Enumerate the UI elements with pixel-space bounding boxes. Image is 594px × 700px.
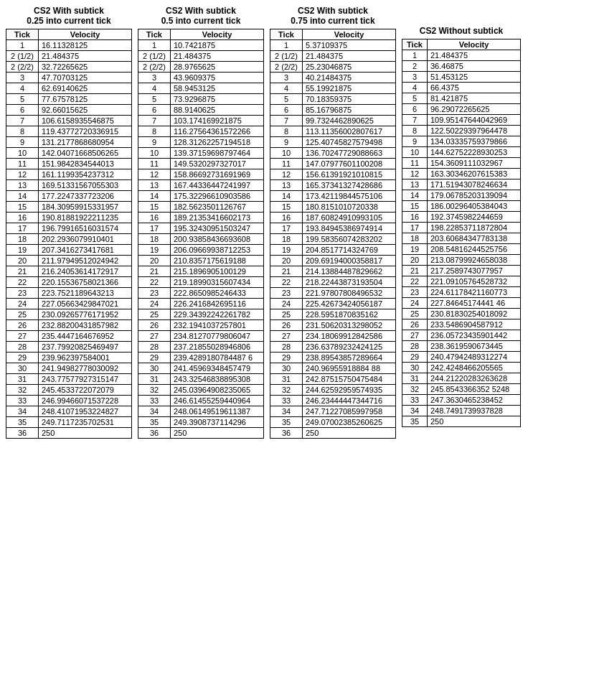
cell-3-16-1: 198.22853711872804 — [428, 223, 521, 233]
cell-1-5-1: 73.9296875 — [171, 94, 264, 105]
cell-3-32-0: 33 — [402, 395, 428, 406]
cell-0-23-1: 223.7521189643213 — [39, 288, 132, 299]
cell-1-10-0: 10 — [138, 148, 171, 159]
table-row: 347.70703125 — [6, 73, 132, 83]
table-row: 14175.32296610903586 — [138, 191, 264, 202]
cell-3-10-1: 154.3609111032967 — [428, 158, 521, 169]
table-3: TickVelocity121.484375236.46875351.45312… — [402, 39, 521, 427]
cell-1-25-0: 25 — [138, 309, 171, 320]
cell-0-13-0: 13 — [6, 180, 39, 191]
cell-1-17-1: 195.32430951503247 — [171, 223, 264, 234]
cell-2-9-0: 9 — [270, 137, 303, 148]
table-row: 16189.21353416602173 — [138, 213, 264, 223]
cell-2-23-1: 221.97807808496532 — [303, 288, 396, 299]
cell-2-34-1: 247.71227085997958 — [303, 406, 396, 417]
cell-3-17-1: 203.60684347783138 — [428, 233, 521, 244]
cell-0-31-0: 31 — [6, 374, 39, 385]
cell-2-28-0: 28 — [270, 342, 303, 353]
cell-2-9-1: 125.40745827579498 — [303, 137, 396, 148]
cell-2-23-0: 23 — [270, 288, 303, 299]
cell-3-19-0: 20 — [402, 255, 428, 266]
table-row: 577.67578125 — [6, 94, 132, 105]
table-row: 18202.2936079910401 — [6, 234, 132, 245]
cell-0-6-1: 92.66015625 — [39, 105, 132, 116]
table-row: 25228.5951870835162 — [270, 309, 396, 320]
cell-3-18-1: 208.54816244525756 — [428, 244, 521, 255]
cell-0-34-0: 34 — [6, 406, 39, 417]
table-row: 13167.44336447241997 — [138, 180, 264, 191]
cell-2-35-0: 35 — [270, 417, 303, 428]
cell-2-3-0: 3 — [270, 73, 303, 83]
cell-1-1-0: 2 (1/2) — [138, 51, 171, 62]
cell-3-20-0: 21 — [402, 266, 428, 276]
cell-0-5-0: 5 — [6, 94, 39, 105]
cell-3-2-0: 3 — [402, 72, 428, 83]
cell-1-20-0: 20 — [138, 256, 171, 266]
cell-1-13-1: 167.44336447241997 — [171, 180, 264, 191]
cell-3-12-1: 171.51943078246634 — [428, 179, 521, 190]
cell-1-34-1: 248.06149519611387 — [171, 406, 264, 417]
cell-0-29-0: 29 — [6, 353, 39, 363]
table-row: 7109.95147644042969 — [402, 115, 521, 126]
cell-1-19-0: 19 — [138, 245, 171, 256]
cell-0-28-1: 237.79920825469497 — [39, 342, 132, 353]
cell-2-1-1: 21.484375 — [303, 51, 396, 62]
cell-1-30-0: 30 — [138, 363, 171, 374]
table-row: 12158.86692731691969 — [138, 169, 264, 180]
cell-0-30-1: 241.94982778030092 — [39, 363, 132, 374]
cell-1-22-0: 22 — [138, 277, 171, 288]
cell-0-8-1: 119.43772720336915 — [39, 126, 132, 137]
cell-3-8-0: 9 — [402, 136, 428, 147]
cell-3-8-1: 134.03335759379866 — [428, 136, 521, 147]
cell-3-23-0: 24 — [402, 298, 428, 309]
table-row: 30242.4248466205565 — [402, 363, 521, 373]
cell-0-9-1: 131.2177868680954 — [39, 137, 132, 148]
cell-1-22-1: 219.18990315607434 — [171, 277, 264, 288]
table-row: 19206.09669938712253 — [138, 245, 264, 256]
table-row: 10136.70247729088663 — [270, 148, 396, 159]
cell-1-2-0: 2 (2/2) — [138, 62, 171, 73]
table-row: 23222.8650985246433 — [138, 288, 264, 299]
table-row: 27236.05723435901442 — [402, 330, 521, 341]
cell-3-15-1: 192.3745982244659 — [428, 212, 521, 223]
table-row: 36250 — [138, 428, 264, 439]
cell-3-3-0: 4 — [402, 83, 428, 93]
table-row: 36250 — [6, 428, 132, 439]
cell-0-18-0: 18 — [6, 234, 39, 245]
cell-3-21-1: 221.09105764528732 — [428, 276, 521, 287]
cell-3-21-0: 22 — [402, 276, 428, 287]
cell-0-18-1: 202.2936079910401 — [39, 234, 132, 245]
table-row: 14173.42119844575106 — [270, 191, 396, 202]
cell-0-35-1: 249.7117235702531 — [39, 417, 132, 428]
table-row: 29239.962397584001 — [6, 353, 132, 363]
cell-0-26-1: 232.88200431857982 — [39, 320, 132, 331]
table-row: 33247.3630465238452 — [402, 395, 521, 406]
cell-0-17-0: 17 — [6, 223, 39, 234]
cell-1-25-1: 229.34392242261782 — [171, 309, 264, 320]
cell-2-1-0: 2 (1/2) — [270, 51, 303, 62]
table-row: 9128.31262257194518 — [138, 137, 264, 148]
table-row: 18199.58356074283202 — [270, 234, 396, 245]
table-row: 17196.79916516031574 — [6, 223, 132, 234]
cell-0-25-1: 230.09265776171952 — [39, 309, 132, 320]
table-row: 28238.3619590673445 — [402, 341, 521, 352]
cell-3-9-1: 144.62752228930253 — [428, 147, 521, 158]
table-row: 20210.8357175619188 — [138, 256, 264, 266]
cell-3-20-1: 217.2589743077957 — [428, 266, 521, 276]
cell-2-2-0: 2 (2/2) — [270, 62, 303, 73]
table-row: 21216.24053614172917 — [6, 266, 132, 277]
table-row: 24225.42673424056187 — [270, 299, 396, 309]
cell-1-34-0: 34 — [138, 406, 171, 417]
col-header-1-1: Velocity — [171, 29, 264, 40]
table-row: 20211.97949512024942 — [6, 256, 132, 266]
cell-1-14-0: 14 — [138, 191, 171, 202]
cell-3-29-1: 242.4248466205565 — [428, 363, 521, 373]
section-s3: CS2 With subtick0.75 into current tickTi… — [270, 6, 396, 439]
cell-0-16-1: 190.81881922211235 — [39, 213, 132, 223]
cell-2-28-1: 236.63789232424125 — [303, 342, 396, 353]
table-row: 22221.09105764528732 — [402, 276, 521, 287]
table-row: 19204.8517714324769 — [270, 245, 396, 256]
table-row: 27234.81270779806047 — [138, 331, 264, 342]
cell-0-27-0: 27 — [6, 331, 39, 342]
cell-0-16-0: 16 — [6, 213, 39, 223]
